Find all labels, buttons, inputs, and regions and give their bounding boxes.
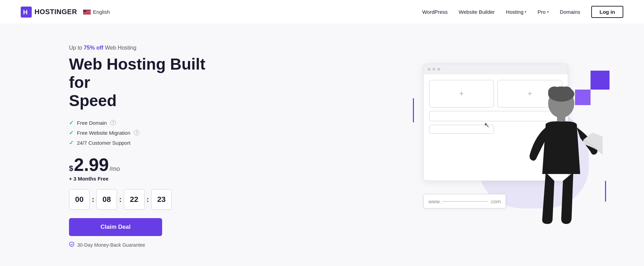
countdown-seconds-tens: 22: [124, 189, 145, 210]
countdown-separator: :: [147, 195, 149, 204]
promo-text: Up to 75% off Web Hosting: [69, 45, 221, 51]
check-icon: ✓: [69, 140, 73, 146]
logo-icon: H: [21, 7, 32, 18]
countdown-separator: :: [119, 195, 121, 204]
decorative-line-left: [413, 98, 414, 122]
navbar: H HOSTINGER English WordPress Website Bu…: [0, 0, 644, 24]
brand-name: HOSTINGER: [34, 8, 77, 16]
countdown-hours: 00: [69, 189, 90, 210]
shield-icon: [69, 242, 75, 248]
list-item: ✓ Free Website Migration ?: [69, 130, 221, 136]
price-period: /mo: [109, 165, 120, 173]
claim-deal-button[interactable]: Claim Deal: [69, 218, 162, 236]
domain-prefix: www.: [428, 198, 441, 204]
browser-dot-3: [437, 68, 440, 71]
language-selector[interactable]: English: [83, 9, 110, 15]
svg-point-11: [561, 86, 572, 96]
check-icon: ✓: [69, 120, 73, 126]
svg-text:H: H: [23, 9, 28, 16]
logo[interactable]: H HOSTINGER: [21, 7, 77, 18]
list-item: ✓ Free Domain ?: [69, 120, 221, 126]
countdown-minutes: 08: [96, 189, 117, 210]
hero-section: Up to 75% off Web Hosting Web Hosting Bu…: [0, 24, 644, 266]
nav-wordpress[interactable]: WordPress: [422, 9, 448, 15]
decorative-line-right: [605, 181, 606, 202]
feature-label: Free Domain: [77, 120, 107, 126]
tooltip-icon[interactable]: ?: [110, 120, 116, 125]
svg-rect-6: [83, 13, 91, 14]
check-icon: ✓: [69, 130, 73, 136]
nav-hosting[interactable]: Hosting ▾: [506, 9, 527, 15]
nav-pro[interactable]: Pro ▾: [537, 9, 548, 15]
svg-point-10: [548, 86, 561, 98]
feature-label: 24/7 Customer Support: [77, 140, 130, 146]
hosting-chevron-icon: ▾: [525, 10, 526, 14]
feature-label: Free Website Migration: [77, 130, 130, 136]
price-amount: 2.99: [74, 156, 109, 174]
features-list: ✓ Free Domain ? ✓ Free Website Migration…: [69, 120, 221, 146]
countdown-timer: 00 : 08 : 22 : 23: [69, 189, 221, 210]
widget-plus-1: +: [429, 80, 494, 108]
navbar-left: H HOSTINGER English: [21, 7, 110, 18]
list-item: ✓ 24/7 Customer Support: [69, 140, 221, 146]
price-currency: $: [69, 164, 73, 173]
svg-rect-7: [83, 10, 86, 12]
countdown-seconds-units: 23: [151, 189, 172, 210]
guarantee-text: 30-Day Money-Back Guarantee: [69, 242, 221, 248]
hero-visual: + + ↖ www. .com: [403, 64, 603, 229]
hero-title: Web Hosting Built for Speed: [69, 55, 221, 110]
domain-placeholder: [442, 201, 488, 202]
browser-dot-2: [433, 68, 435, 71]
hero-content: Up to 75% off Web Hosting Web Hosting Bu…: [69, 45, 221, 248]
language-label: English: [93, 9, 110, 15]
hero-person-image: [485, 71, 603, 229]
guarantee-label: 30-Day Money-Back Guarantee: [77, 242, 145, 248]
tooltip-icon[interactable]: ?: [134, 130, 139, 135]
flag-icon: [83, 10, 91, 14]
promo-highlight: 75% off: [84, 45, 103, 51]
pro-chevron-icon: ▾: [547, 10, 549, 14]
browser-dot-1: [428, 68, 430, 71]
nav-website-builder[interactable]: Website Builder: [459, 9, 495, 15]
login-button[interactable]: Log in: [591, 6, 623, 18]
countdown-separator: :: [92, 195, 94, 204]
navbar-right: WordPress Website Builder Hosting ▾ Pro …: [422, 6, 623, 18]
plus-icon: +: [459, 89, 464, 98]
price-section: $ 2.99 /mo + 3 Months Free: [69, 156, 221, 182]
price-display: $ 2.99 /mo: [69, 156, 221, 174]
bonus-text: + 3 Months Free: [69, 176, 221, 182]
nav-domains[interactable]: Domains: [560, 9, 580, 15]
